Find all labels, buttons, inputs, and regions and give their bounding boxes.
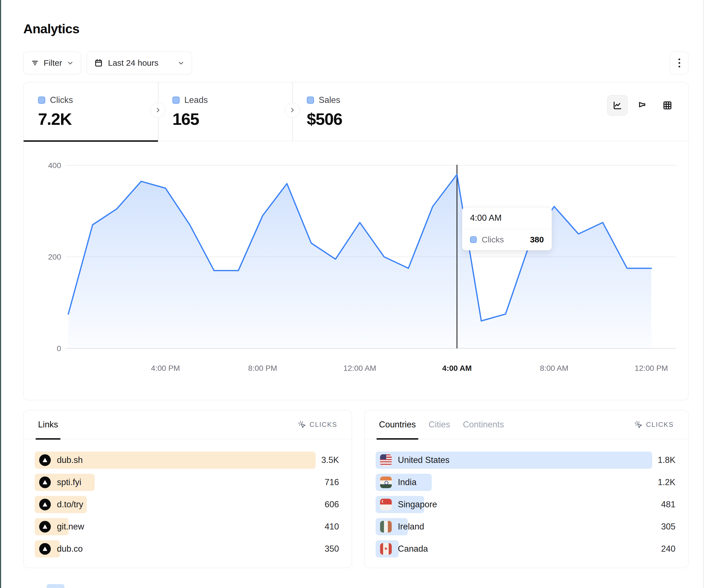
line-chart-view-button[interactable] bbox=[607, 95, 628, 116]
dub-logo-icon bbox=[39, 499, 51, 510]
ca-flag-icon bbox=[380, 543, 392, 555]
tab-countries[interactable]: Countries bbox=[379, 410, 416, 439]
area-chart-canvas[interactable]: 02004004:00 PM8:00 PM12:00 AM4:00 AM8:00… bbox=[24, 141, 689, 400]
country-row[interactable]: United States 1.8K bbox=[365, 452, 688, 469]
expand-leads-button[interactable] bbox=[150, 103, 166, 118]
analytics-card: Clicks 7.2K Leads 165 Sales $506 bbox=[23, 82, 689, 400]
row-label: India bbox=[398, 477, 416, 487]
links-panel: Links CLICKS dub.sh 3.5K spti.fyi 716 d.… bbox=[23, 410, 352, 568]
cursor-click-icon bbox=[298, 421, 306, 429]
row-value: 716 bbox=[325, 477, 339, 487]
link-row[interactable]: spti.fyi 716 bbox=[24, 474, 352, 491]
svg-text:4:00 PM: 4:00 PM bbox=[151, 364, 180, 372]
tab-links-label: Links bbox=[38, 420, 58, 430]
row-label: Canada bbox=[398, 544, 428, 554]
date-range-button[interactable]: Last 24 hours bbox=[87, 51, 192, 74]
leads-legend-square bbox=[172, 96, 180, 104]
svg-text:4:00 AM: 4:00 AM bbox=[442, 364, 472, 372]
row-value: 3.5K bbox=[321, 455, 339, 465]
cutoff-element bbox=[47, 584, 64, 588]
svg-text:12:00 PM: 12:00 PM bbox=[635, 364, 668, 372]
country-row[interactable]: Singapore 481 bbox=[365, 496, 688, 513]
in-flag-icon bbox=[380, 476, 392, 488]
ie-flag-icon bbox=[380, 521, 392, 533]
tab-clicks[interactable]: Clicks 7.2K bbox=[24, 82, 158, 141]
row-value: 240 bbox=[661, 544, 675, 554]
link-row[interactable]: git.new 410 bbox=[24, 518, 352, 535]
row-value: 481 bbox=[661, 499, 675, 510]
tab-cities-label: Cities bbox=[429, 420, 450, 430]
country-row[interactable]: Canada 240 bbox=[365, 540, 688, 558]
tab-continents[interactable]: Continents bbox=[463, 410, 504, 439]
row-label: d.to/try bbox=[57, 499, 83, 510]
clicks-legend-square bbox=[38, 96, 45, 104]
funnel-view-button[interactable] bbox=[632, 95, 653, 116]
tab-continents-label: Continents bbox=[463, 420, 504, 430]
metric-label: CLICKS bbox=[309, 421, 337, 429]
country-row[interactable]: India 1.2K bbox=[365, 474, 688, 491]
tab-countries-label: Countries bbox=[379, 420, 416, 430]
row-value: 1.8K bbox=[658, 455, 675, 465]
row-icon bbox=[39, 499, 51, 510]
row-label: Ireland bbox=[398, 522, 424, 532]
stat-label: Leads bbox=[184, 95, 208, 105]
filter-lines-icon bbox=[31, 59, 39, 67]
analytics-page: Analytics Filter Last 24 hours Clicks 7.… bbox=[0, 0, 711, 588]
row-label: dub.co bbox=[57, 544, 83, 554]
row-label: git.new bbox=[57, 522, 84, 532]
svg-text:12:00 AM: 12:00 AM bbox=[343, 364, 376, 372]
sales-legend-square bbox=[307, 96, 314, 104]
tab-sales[interactable]: Sales $506 bbox=[292, 82, 427, 141]
filter-button[interactable]: Filter bbox=[23, 51, 81, 74]
countries-panel: Countries Cities Continents CLICKS Unite… bbox=[364, 410, 689, 568]
link-row[interactable]: dub.co 350 bbox=[24, 540, 352, 558]
kebab-menu-icon bbox=[675, 58, 684, 68]
countries-panel-header: Countries Cities Continents CLICKS bbox=[365, 410, 688, 439]
us-flag-icon bbox=[380, 454, 392, 466]
link-row[interactable]: dub.sh 3.5K bbox=[24, 452, 352, 469]
row-value: 1.2K bbox=[658, 477, 675, 487]
row-value: 410 bbox=[325, 522, 339, 532]
chevron-down-icon bbox=[177, 59, 185, 67]
table-icon bbox=[663, 100, 672, 110]
dub-logo-icon bbox=[39, 543, 51, 555]
page-title: Analytics bbox=[23, 21, 80, 36]
chevron-right-icon bbox=[289, 107, 295, 113]
chart-type-switcher bbox=[607, 95, 678, 116]
chevron-right-icon bbox=[155, 107, 161, 113]
link-row[interactable]: d.to/try 606 bbox=[24, 496, 352, 513]
row-label: Singapore bbox=[398, 499, 437, 510]
metric-selector[interactable]: CLICKS bbox=[634, 421, 674, 429]
expand-sales-button[interactable] bbox=[285, 103, 300, 118]
date-range-label: Last 24 hours bbox=[108, 58, 172, 68]
row-icon bbox=[39, 454, 51, 466]
links-list: dub.sh 3.5K spti.fyi 716 d.to/try 606 gi… bbox=[24, 439, 352, 558]
dub-logo-icon bbox=[39, 476, 51, 488]
tab-leads[interactable]: Leads 165 bbox=[158, 82, 292, 141]
sg-flag-icon bbox=[380, 499, 392, 510]
scroll-track-line bbox=[703, 0, 704, 588]
row-value: 350 bbox=[325, 544, 339, 554]
tooltip-legend-square bbox=[470, 236, 477, 243]
country-row[interactable]: Ireland 305 bbox=[365, 518, 688, 535]
links-panel-header: Links CLICKS bbox=[24, 410, 352, 439]
clicks-timeseries-chart[interactable]: 02004004:00 PM8:00 PM12:00 AM4:00 AM8:00… bbox=[24, 141, 689, 400]
metric-selector[interactable]: CLICKS bbox=[298, 421, 337, 429]
stats-row: Clicks 7.2K Leads 165 Sales $506 bbox=[24, 82, 688, 141]
tab-cities[interactable]: Cities bbox=[429, 410, 450, 439]
row-icon bbox=[39, 521, 51, 533]
svg-text:8:00 AM: 8:00 AM bbox=[540, 364, 568, 372]
tooltip-value: 380 bbox=[530, 235, 544, 244]
more-menu-button[interactable] bbox=[670, 51, 689, 74]
stat-label: Sales bbox=[319, 95, 340, 105]
cursor-click-icon bbox=[634, 421, 643, 429]
row-value: 606 bbox=[325, 499, 339, 510]
svg-text:400: 400 bbox=[48, 161, 61, 170]
table-view-button[interactable] bbox=[657, 95, 678, 116]
clicks-value: 7.2K bbox=[38, 110, 158, 129]
row-label: spti.fyi bbox=[57, 477, 81, 487]
chart-tooltip: 4:00 AM Clicks 380 bbox=[462, 207, 552, 250]
tab-links[interactable]: Links bbox=[38, 410, 58, 439]
line-chart-icon bbox=[612, 100, 622, 110]
leads-value: 165 bbox=[172, 110, 292, 129]
